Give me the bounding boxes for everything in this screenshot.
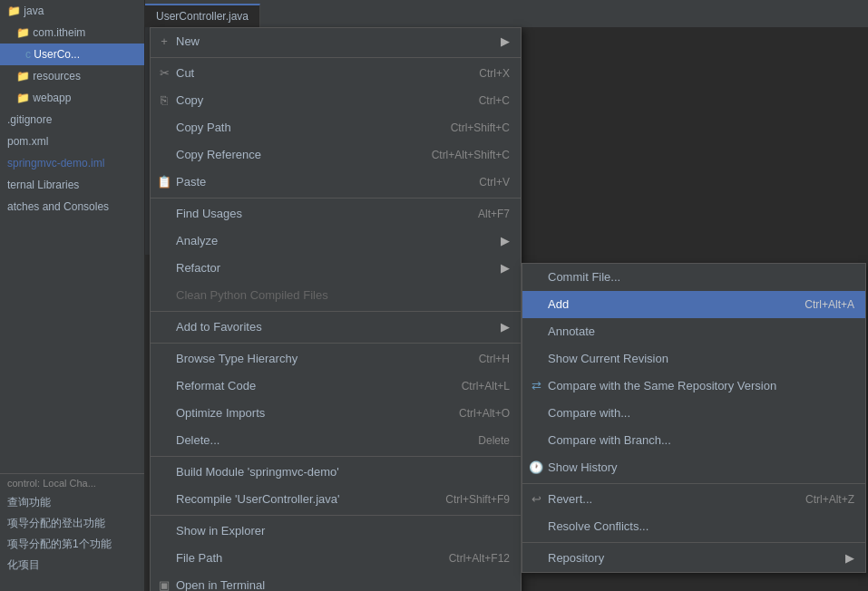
analyze-arrow: ▶ (501, 231, 510, 251)
git-separator-1 (522, 483, 865, 484)
menu-item-cut[interactable]: ✂ Cut Ctrl+X (151, 60, 521, 87)
sidebar-item-java[interactable]: 📁 java (0, 0, 144, 22)
sidebar-item-scratches[interactable]: atches and Consoles (0, 196, 144, 218)
menu-item-show-explorer[interactable]: Show in Explorer (151, 518, 521, 545)
menu-item-clean-python: Clean Python Compiled Files (151, 282, 521, 309)
bottom-item-1: 查询功能 (0, 492, 144, 513)
menu-item-analyze[interactable]: Analyze ▶ (151, 228, 521, 255)
menu-item-new[interactable]: + New ▶ (151, 28, 521, 55)
menu-item-copy-reference[interactable]: Copy Reference Ctrl+Alt+Shift+C (151, 141, 521, 169)
revert-icon: ↩ (528, 489, 544, 509)
submenu-item-commit[interactable]: Commit File... (522, 264, 865, 291)
paste-icon: 📋 (156, 172, 172, 192)
local-changes-label: Local Cha... (43, 478, 96, 489)
menu-item-paste[interactable]: 📋 Paste Ctrl+V (151, 169, 521, 196)
separator-4 (151, 343, 521, 344)
menu-item-refactor[interactable]: Refactor ▶ (151, 255, 521, 282)
menu-item-build[interactable]: Build Module 'springmvc-demo' (151, 459, 521, 486)
submenu-item-resolve-conflicts[interactable]: Resolve Conflicts... (522, 513, 865, 540)
git-separator-2 (522, 542, 865, 543)
sidebar-item-resources[interactable]: 📁 resources (0, 65, 144, 87)
separator-6 (151, 515, 521, 516)
sidebar-item-libraries[interactable]: ternal Libraries (0, 174, 144, 196)
submenu-item-show-history[interactable]: 🕐 Show History (522, 454, 865, 481)
show-history-icon: 🕐 (528, 458, 544, 478)
submenu-item-revert[interactable]: ↩ Revert... Ctrl+Alt+Z (522, 486, 865, 513)
sidebar-item-com[interactable]: 📁 com.itheim (0, 22, 144, 44)
menu-item-delete[interactable]: Delete... Delete (151, 427, 521, 454)
menu-item-reformat[interactable]: Reformat Code Ctrl+Alt+L (151, 373, 521, 400)
git-submenu: Commit File... Add Ctrl+Alt+A Annotate S… (522, 263, 866, 573)
tab-bar: UserController.java (145, 0, 868, 27)
submenu-item-add[interactable]: Add Ctrl+Alt+A (522, 291, 865, 318)
favorites-arrow: ▶ (501, 317, 510, 337)
bottom-item-3: 项导分配的第1个功能 (0, 534, 144, 555)
submenu-item-repository[interactable]: Repository ▶ (522, 545, 865, 572)
context-menu: + New ▶ ✂ Cut Ctrl+X ⎘ Copy Ctrl+C Copy … (150, 27, 522, 591)
sidebar-item-gitignore[interactable]: .gitignore (0, 109, 144, 131)
separator-1 (151, 57, 521, 58)
submenu-item-show-revision[interactable]: Show Current Revision (522, 345, 865, 373)
submenu-item-annotate[interactable]: Annotate (522, 318, 865, 345)
copy-icon: ⎘ (156, 91, 172, 111)
control-label: control: (7, 478, 40, 489)
sidebar-item-pomxml[interactable]: pom.xml (0, 131, 144, 152)
tab-usercontroller[interactable]: UserController.java (145, 4, 260, 27)
menu-item-copy[interactable]: ⎘ Copy Ctrl+C (151, 87, 521, 114)
submenu-item-compare-same[interactable]: ⇄ Compare with the Same Repository Versi… (522, 373, 865, 400)
menu-item-copy-path[interactable]: Copy Path Ctrl+Shift+C (151, 114, 521, 141)
submenu-item-compare-with[interactable]: Compare with... (522, 400, 865, 427)
separator-5 (151, 456, 521, 457)
new-icon: + (156, 32, 172, 52)
submenu-item-compare-branch[interactable]: Compare with Branch... (522, 427, 865, 454)
sidebar-item-iml[interactable]: springmvc-demo.iml (0, 152, 144, 174)
menu-item-optimize[interactable]: Optimize Imports Ctrl+Alt+O (151, 400, 521, 427)
cut-icon: ✂ (156, 63, 172, 83)
menu-item-recompile[interactable]: Recompile 'UserController.java' Ctrl+Shi… (151, 486, 521, 513)
bottom-item-2: 项导分配的登出功能 (0, 513, 144, 534)
menu-item-browse-type[interactable]: Browse Type Hierarchy Ctrl+H (151, 345, 521, 373)
menu-item-find-usages[interactable]: Find Usages Alt+F7 (151, 200, 521, 228)
bottom-item-4: 化项目 (0, 555, 144, 576)
menu-item-open-terminal[interactable]: ▣ Open in Terminal (151, 572, 521, 591)
sidebar: 📁 java 📁 com.itheim c UserCo... 📁 resour… (0, 0, 145, 591)
new-arrow: ▶ (501, 32, 510, 52)
menu-item-file-path[interactable]: File Path Ctrl+Alt+F12 (151, 545, 521, 572)
compare-icon: ⇄ (528, 376, 544, 396)
separator-3 (151, 311, 521, 312)
sidebar-item-webapp[interactable]: 📁 webapp (0, 87, 144, 109)
terminal-icon: ▣ (156, 576, 172, 591)
sidebar-item-usercontroller[interactable]: c UserCo... (0, 44, 144, 65)
refactor-arrow: ▶ (501, 258, 510, 278)
separator-2 (151, 198, 521, 199)
repository-arrow: ▶ (845, 548, 854, 568)
menu-item-add-favorites[interactable]: Add to Favorites ▶ (151, 314, 521, 341)
